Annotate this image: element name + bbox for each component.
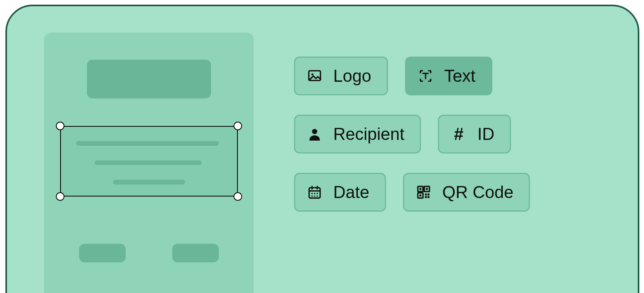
button-label: ID [477, 124, 494, 144]
svg-point-5 [314, 193, 315, 195]
calendar-icon [307, 184, 322, 200]
svg-point-9 [317, 195, 318, 197]
picker-row: Date QR [294, 173, 620, 212]
button-label: Recipient [333, 124, 404, 144]
svg-point-1 [312, 73, 313, 75]
svg-rect-11 [419, 188, 421, 190]
text-line-placeholder [95, 160, 202, 165]
button-label: Logo [333, 66, 371, 86]
svg-rect-19 [428, 196, 429, 198]
logo-placeholder[interactable] [87, 60, 211, 98]
add-date-button[interactable]: Date [294, 173, 386, 212]
qr-icon [416, 184, 431, 200]
person-icon [307, 126, 322, 142]
svg-rect-15 [419, 195, 421, 196]
svg-point-6 [317, 193, 318, 195]
add-recipient-button[interactable]: Recipient [294, 115, 421, 153]
resize-handle-top-right[interactable] [234, 122, 242, 130]
text-line-placeholder [113, 180, 185, 184]
add-text-button[interactable]: Text [405, 57, 492, 95]
button-label: Date [333, 183, 369, 202]
resize-handle-bottom-right[interactable] [234, 192, 242, 201]
svg-point-7 [312, 195, 313, 197]
svg-rect-18 [425, 196, 427, 198]
certificate-canvas[interactable] [44, 33, 254, 293]
svg-point-4 [312, 193, 313, 195]
button-label: Text [444, 66, 476, 86]
svg-rect-17 [428, 193, 429, 195]
footer-placeholder[interactable] [79, 244, 126, 262]
picker-row: Recipient # ID [294, 115, 620, 153]
text-scan-icon [418, 68, 433, 84]
editor-frame: Logo Text [5, 5, 639, 293]
resize-handle-top-left[interactable] [56, 122, 64, 130]
footer-placeholder[interactable] [172, 244, 219, 262]
picker-row: Logo Text [294, 57, 620, 95]
add-id-button[interactable]: # ID [438, 115, 511, 153]
image-icon [307, 68, 322, 84]
svg-point-8 [314, 195, 315, 197]
add-logo-button[interactable]: Logo [294, 57, 388, 95]
element-picker: Logo Text [294, 57, 620, 212]
svg-rect-16 [425, 193, 427, 195]
text-line-placeholder [76, 141, 219, 146]
svg-rect-13 [426, 188, 428, 190]
text-block-selected[interactable] [57, 122, 241, 200]
resize-handle-bottom-left[interactable] [56, 192, 64, 201]
add-qr-button[interactable]: QR Code [403, 173, 530, 212]
button-label: QR Code [442, 183, 513, 202]
hash-icon: # [451, 126, 466, 142]
svg-point-2 [312, 129, 317, 134]
